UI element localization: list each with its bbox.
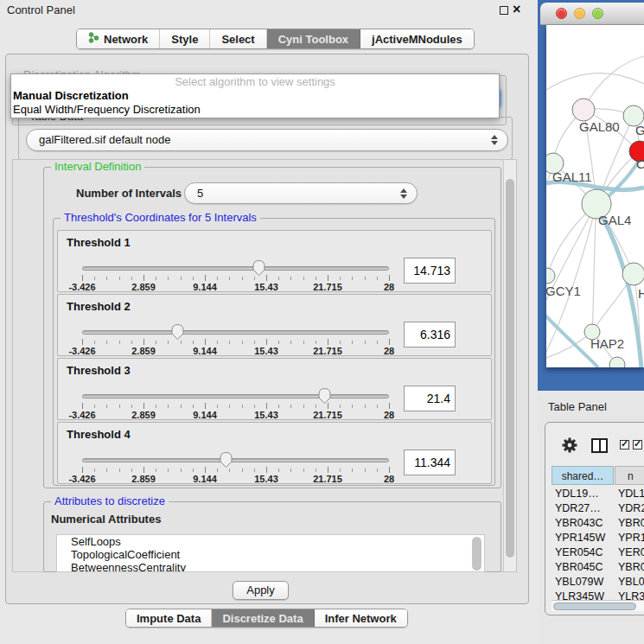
app-root: Control Panel × Network Style Select Cyn… [0,0,644,644]
threshold-4-value-field[interactable]: 11.344 [404,450,456,475]
tab-network[interactable]: Network [77,29,160,48]
label-right-top: G [635,123,644,137]
node-bottom-partial[interactable] [609,357,625,367]
threshold-1-slider-thumb[interactable] [252,259,266,279]
table-data-group: Table Data galFiltered.sif default node [18,117,513,160]
attributes-group: Attributes to discretize Numerical Attri… [43,501,501,572]
table-row[interactable]: YER054CYER0 [552,545,644,560]
tab-style[interactable]: Style [160,29,210,48]
threshold-1-value-field[interactable]: 14.713 [404,258,456,284]
checkbox-icon[interactable]: ✓ [620,440,629,450]
network-window[interactable]: GAL80 G C GAL11 GAL4 GCY1 H HAP2 [538,0,644,391]
tab-select[interactable]: Select [210,29,266,48]
settings-vertical-scrollbar[interactable] [503,160,516,571]
threshold-3-slider-thumb[interactable] [317,387,332,407]
slider-major-ticks [82,275,390,281]
thresholds-group: Threshold's Coordinates for 5 Intervals … [53,218,495,486]
threshold-2-label: Threshold 2 [67,300,131,313]
threshold-2-slider-thumb[interactable] [170,323,185,343]
number-of-intervals-combobox[interactable]: 5 [184,182,418,204]
dropdown-option-manual-discretization[interactable]: Manual Discretization [11,89,499,103]
dropdown-option-equal-width-frequency[interactable]: Equal Width/Frequency Discretization [11,103,499,117]
threshold-1-box: Threshold 1 -3.426 2.859 9.144 15.43 21.… [57,230,492,292]
label-gal4: GAL4 [598,213,631,227]
number-of-intervals-label: Number of Intervals [76,187,182,200]
network-canvas[interactable]: GAL80 G C GAL11 GAL4 GCY1 H HAP2 [546,25,644,367]
table-panel-body: ✓ ✓ shared… n YDL19…YDL1 YDR27…YDR2 YBR0… [545,422,644,615]
tab-discretize-data[interactable]: Discretize Data [212,609,314,627]
threshold-3-value-field[interactable]: 21.4 [404,386,456,411]
gear-icon[interactable] [561,437,578,456]
threshold-4-label: Threshold 4 [67,428,131,441]
apply-button[interactable]: Apply [233,581,289,600]
threshold-3-label: Threshold 3 [67,364,131,377]
table-row[interactable]: YPR145WYPR1 [552,531,644,545]
control-panel-title: Control Panel [7,3,75,16]
tab-network-label: Network [104,33,148,46]
node-gcy1[interactable] [546,268,555,284]
interval-definition-group: Interval Definition Number of Intervals … [43,167,501,488]
table-data-combobox-value: galFiltered.sif default node [39,133,170,146]
interval-definition-title: Interval Definition [51,160,144,173]
threshold-4-box: Threshold 4 -3.426 2.859 9.144 15.43 21.… [57,422,492,484]
threshold-3-box: Threshold 3 -3.426 2.859 9.144 15.43 21.… [57,358,492,420]
network-window-titlebar[interactable] [540,3,644,25]
slider-major-ticks [82,467,390,473]
tab-infer-network[interactable]: Infer Network [315,609,407,627]
threshold-4-slider-track[interactable] [82,458,389,462]
list-item[interactable]: TopologicalCoefficient [57,548,484,561]
table-panel: Table Panel ✓ ✓ shared… n YDL19…YDL1 [538,393,644,644]
numerical-attributes-list[interactable]: SelfLoops TopologicalCoefficient Between… [56,534,485,572]
table-row[interactable]: YDL19…YDL1 [552,487,644,501]
scrollbar-thumb[interactable] [506,179,514,558]
control-panel-tab-bar: Network Style Select Cyni Toolbox jActiv… [76,29,475,49]
cyni-mode-tab-bar: Impute Data Discretize Data Infer Networ… [125,609,408,628]
zoom-window-icon[interactable] [592,8,603,19]
float-panel-icon[interactable] [500,6,508,15]
column-header-shared-name[interactable]: shared… [552,466,614,485]
node-right-mid[interactable] [622,263,644,285]
column-header-name[interactable]: n [615,466,644,485]
close-panel-icon[interactable]: × [513,0,520,19]
scrollbar-thumb[interactable] [553,603,636,610]
tab-impute-data[interactable]: Impute Data [126,609,212,627]
checkbox-icon[interactable]: ✓ [633,440,642,450]
list-scrollbar[interactable] [472,537,481,571]
threshold-2-slider-track[interactable] [82,330,389,335]
list-item[interactable]: BetweennessCentrality [57,561,484,572]
threshold-2-box: Threshold 2 -3.426 2.859 9.144 15.43 21.… [57,294,492,356]
table-row[interactable]: YBR043CYBR0 [552,516,644,531]
label-gcy1: GCY1 [546,284,581,298]
settings-scrollpane: Interval Definition Number of Intervals … [12,159,517,572]
tab-jactivemnodules[interactable]: jActiveMNodules [360,29,474,48]
label-gal11: GAL11 [552,169,592,184]
list-item[interactable]: SelfLoops [57,535,484,548]
table-panel-title: Table Panel [548,400,607,413]
table-row[interactable]: YBR045CYBR0 [552,560,644,575]
slider-major-ticks [82,339,390,345]
threshold-4-slider-thumb[interactable] [219,451,233,471]
thresholds-group-title: Threshold's Coordinates for 5 Intervals [61,211,260,224]
number-of-intervals-value: 5 [197,187,203,200]
node-gal80[interactable] [572,99,595,121]
threshold-3-slider-track[interactable] [82,394,389,399]
table-horizontal-scrollbar[interactable] [552,600,644,611]
label-right-mid: H [638,286,644,301]
table-row[interactable]: YBL079WYBL0 [552,575,644,590]
close-window-icon[interactable] [556,8,567,19]
dropdown-placeholder: Select algorithm to view settings [11,74,499,89]
label-hap2: HAP2 [590,336,624,351]
cyni-toolbox-panel: Discretization Algorithm Table Data galF… [5,54,529,604]
combo-stepper-icon [491,135,498,145]
slider-major-ticks [82,403,390,409]
table-row[interactable]: YDR27…YDR2 [552,501,644,516]
label-gal80: GAL80 [579,119,620,134]
threshold-1-label: Threshold 1 [67,236,131,249]
threshold-1-slider-track[interactable] [82,266,389,271]
minimize-window-icon[interactable] [574,8,585,19]
threshold-2-value-field[interactable]: 6.316 [404,322,456,348]
tab-cyni-toolbox[interactable]: Cyni Toolbox [267,29,360,48]
table-data-combobox[interactable]: galFiltered.sif default node [26,129,508,151]
split-columns-icon[interactable] [591,438,608,453]
network-icon [88,32,99,46]
